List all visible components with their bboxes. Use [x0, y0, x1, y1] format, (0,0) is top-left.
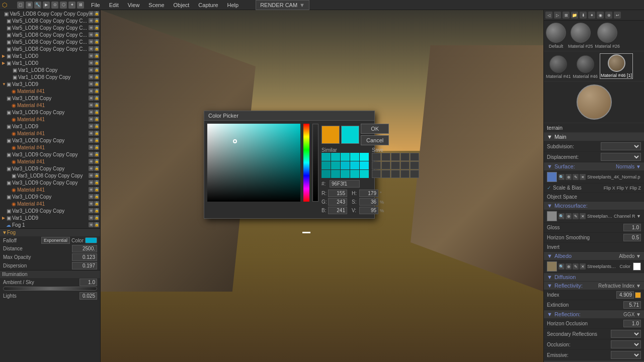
surface-section-header[interactable]: ▼ Surface: Normals ▼ — [544, 162, 644, 171]
tree-item-mat41-8[interactable]: ◉ Material #41 👁🔒 — [0, 200, 100, 207]
hex-input[interactable] — [330, 180, 360, 188]
tree-lock-btn[interactable]: 🔒 — [94, 103, 99, 108]
subdivision-select[interactable] — [601, 142, 641, 150]
right-btn-9[interactable]: ↩ — [614, 12, 621, 19]
tree-item-var5-5[interactable]: ▣ Var5_LOD8 Copy Copy Copy C... 👁🔒 — [0, 38, 100, 45]
tree-lock-btn[interactable]: 🔒 — [94, 18, 99, 23]
fog-color-swatch[interactable] — [85, 237, 97, 243]
menu-scene[interactable]: Scene — [146, 2, 166, 8]
menu-view[interactable]: View — [126, 2, 142, 8]
tree-lock-btn[interactable]: 🔒 — [94, 67, 99, 72]
sim-cell-6[interactable] — [321, 161, 331, 169]
tree-item-var3-lod9c[interactable]: ▣ Var3_LOD9 👁🔒 — [0, 123, 100, 130]
toolbar-btn-2[interactable]: ⊞ — [26, 2, 33, 9]
tree-lock-btn[interactable]: 🔒 — [94, 180, 99, 185]
tree-lock-btn[interactable]: 🔒 — [94, 166, 99, 171]
menu-edit[interactable]: Edit — [107, 2, 121, 8]
flip-x-label[interactable]: Flip X — [604, 186, 615, 191]
tree-item-var5-2[interactable]: ▣ Var5_LOD8 Copy Copy Copy C... 👁🔒 — [0, 17, 100, 24]
gloss-load-btn[interactable]: ⊕ — [566, 213, 572, 219]
save-cell-14[interactable] — [400, 170, 410, 178]
alpha-slider[interactable] — [312, 124, 318, 202]
tree-lock-btn[interactable]: 🔒 — [94, 96, 99, 101]
tree-lock-btn[interactable]: 🔒 — [94, 124, 99, 129]
tree-vis-btn[interactable]: 👁 — [89, 18, 94, 23]
toolbar-btn-3[interactable]: 🔧 — [34, 2, 41, 9]
normal-map-remove-btn[interactable]: ✕ — [580, 174, 586, 180]
ok-button[interactable]: OK — [361, 124, 389, 134]
save-cell-4[interactable] — [400, 153, 410, 161]
tree-vis-btn[interactable]: 👁 — [89, 159, 94, 164]
tree-lock-btn[interactable]: 🔒 — [94, 32, 99, 37]
save-cell-7[interactable] — [381, 161, 390, 169]
sim-cell-8[interactable] — [341, 161, 350, 169]
tree-lock-btn[interactable]: 🔒 — [94, 152, 99, 157]
tree-item-mat41-2[interactable]: ◉ Material #41 👁🔒 — [0, 102, 100, 109]
refractive-index-dropdown[interactable]: Refractive Index ▼ — [598, 283, 641, 289]
tree-vis-btn[interactable]: 👁 — [89, 222, 94, 227]
tree-vis-btn[interactable]: 👁 — [89, 187, 94, 192]
fog-section-header[interactable]: ▼ Fog — [0, 228, 100, 236]
right-btn-6[interactable]: ✦ — [588, 12, 595, 19]
tree-lock-btn[interactable]: 🔒 — [94, 215, 99, 220]
normal-map-edit-btn[interactable]: ✎ — [573, 174, 579, 180]
tree-lock-btn[interactable]: 🔒 — [94, 117, 99, 122]
tree-vis-btn[interactable]: 👁 — [89, 39, 94, 44]
albedo-load-btn[interactable]: ⊕ — [566, 263, 572, 269]
menu-capture[interactable]: Capture — [196, 2, 220, 8]
tree-vis-btn[interactable]: 👁 — [89, 166, 94, 171]
tree-item-var3-lod9copycopy[interactable]: ▣ Var3_LOD9 Copy Copy 👁🔒 — [0, 165, 100, 172]
normals-dropdown[interactable]: Normals ▼ — [616, 164, 641, 169]
flip-y-label[interactable]: Flip Y — [617, 186, 628, 191]
tree-vis-btn[interactable]: 👁 — [89, 25, 94, 30]
tree-lock-btn[interactable]: 🔒 — [94, 138, 99, 143]
tree-item-var5-1[interactable]: ▣ Var5_LOD8 Copy Copy Copy Copy 👁 🔒 — [0, 10, 100, 17]
right-btn-4[interactable]: 📁 — [571, 12, 578, 19]
b-input[interactable] — [328, 207, 347, 214]
sim-cell-12[interactable] — [331, 170, 340, 178]
tree-vis-btn[interactable]: 👁 — [89, 60, 94, 65]
albedo-section-header[interactable]: ▼ Albedo Albedo ▼ — [544, 252, 644, 260]
albedo-edit-btn[interactable]: ✎ — [573, 263, 579, 269]
material-46[interactable]: Material #46 — [573, 55, 598, 79]
sim-cell-1[interactable] — [321, 153, 331, 161]
displacement-select[interactable] — [601, 153, 641, 161]
tree-item-var3-lod9cc2[interactable]: ▣ Var3_LOD9 Copy Copy 👁🔒 — [0, 207, 100, 214]
tree-vis-btn[interactable]: 👁 — [89, 74, 94, 79]
tree-lock-btn[interactable]: 🔒 — [94, 145, 99, 150]
g-input[interactable] — [328, 198, 347, 206]
albedo-color-swatch[interactable] — [633, 262, 641, 270]
tree-item-mat41-3[interactable]: ◉ Material #41 👁🔒 — [0, 116, 100, 123]
save-cell-12[interactable] — [381, 170, 390, 178]
tree-item-var1-lod9[interactable]: ▶ ▣ Var1_LOD9 👁🔒 — [0, 214, 100, 221]
tree-vis-btn[interactable]: 👁 — [89, 180, 94, 185]
distance-input[interactable] — [72, 245, 97, 252]
gloss-edit-btn[interactable]: ✎ — [573, 213, 579, 219]
tree-vis-btn[interactable]: 👁 — [89, 215, 94, 220]
occlusion-select[interactable] — [611, 340, 641, 348]
tree-item-var1-lod0-1[interactable]: ▶ ▣ Var1_LOD0 👁🔒 — [0, 52, 100, 59]
tree-lock-btn[interactable]: 🔒 — [94, 173, 99, 178]
right-btn-7[interactable]: ◉ — [597, 12, 604, 19]
tree-lock-btn[interactable]: 🔒 — [94, 60, 99, 65]
tree-vis-btn[interactable]: 👁 — [89, 53, 94, 58]
tree-vis-btn[interactable]: 👁 — [89, 32, 94, 37]
toolbar-btn-8[interactable]: ⊠ — [77, 2, 84, 9]
extinction-input[interactable] — [623, 301, 641, 309]
reflection-section-header[interactable]: ▼ Reflection: GGX ▼ — [544, 310, 644, 319]
tree-vis-btn[interactable]: 👁 — [89, 145, 94, 150]
save-cell-2[interactable] — [381, 153, 390, 161]
save-cell-5[interactable] — [410, 153, 419, 161]
tree-lock-btn[interactable]: 🔒 — [94, 11, 99, 16]
tree-vis-btn[interactable]: 👁 — [89, 81, 94, 86]
tree-lock-btn[interactable]: 🔒 — [94, 46, 99, 51]
reflectivity-section-header[interactable]: ▼ Reflectivity: Refractive Index ▼ — [544, 282, 644, 290]
s-input[interactable] — [359, 198, 378, 206]
tree-vis-btn[interactable]: 👁 — [89, 67, 94, 72]
menu-help[interactable]: Help — [225, 2, 241, 8]
diffusion-section-header[interactable]: ▼ Diffusion — [544, 273, 644, 282]
save-cell-1[interactable] — [372, 153, 381, 161]
emissive-select[interactable] — [611, 351, 641, 359]
right-btn-5[interactable]: ⬇ — [580, 12, 587, 19]
tree-item-var1-lod8-copy[interactable]: ▣ Var1_LOD8 Copy 👁🔒 — [0, 66, 100, 73]
